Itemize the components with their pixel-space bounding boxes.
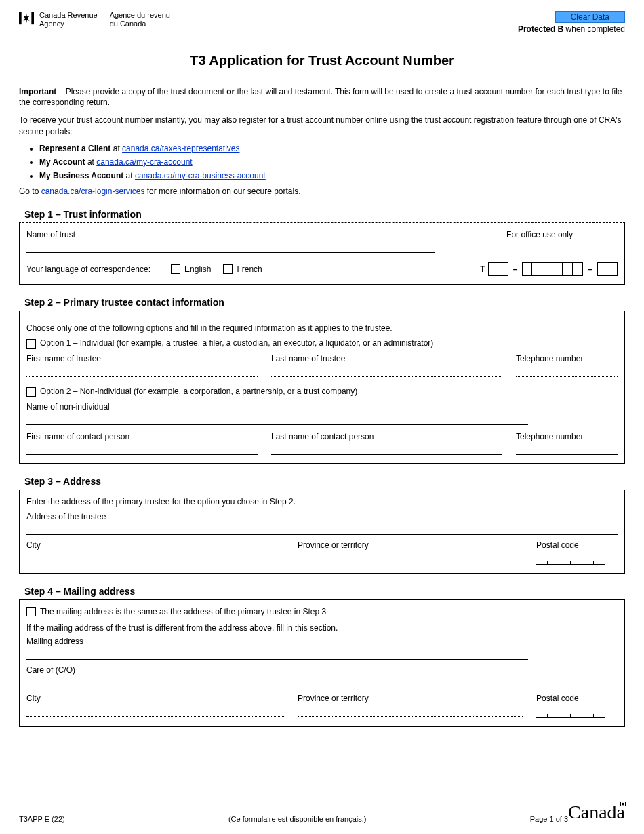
portals-list: Represent a Client at canada.ca/taxes-re… <box>39 144 625 180</box>
careof-label: Care of (C/O) <box>26 665 618 675</box>
same-address-checkbox[interactable] <box>26 607 36 616</box>
option1-checkbox[interactable] <box>26 339 36 349</box>
last-name-contact-label: Last name of contact person <box>271 432 502 441</box>
svg-rect-1 <box>31 12 34 24</box>
french-checkbox[interactable] <box>223 264 233 274</box>
trust-number-cells-2[interactable] <box>522 262 583 276</box>
first-name-trustee-label: First name of trustee <box>26 354 258 363</box>
step4-postal-label: Postal code <box>536 694 618 703</box>
trust-number-cells-3[interactable] <box>597 262 618 276</box>
dash-2: – <box>586 264 595 274</box>
svg-rect-2 <box>620 802 621 806</box>
step3-postal-label: Postal code <box>536 540 618 550</box>
step3-box: Enter the address of the primary trustee… <box>19 490 625 574</box>
address-trustee-input[interactable] <box>26 523 618 535</box>
step2-heading: Step 2 – Primary trustee contact informa… <box>19 297 625 308</box>
agency-name-fr-1: Agence du revenu <box>110 11 170 20</box>
goto-paragraph: Go to canada.ca/cra-login-services for m… <box>19 186 625 197</box>
mailing-address-input[interactable] <box>26 648 528 660</box>
step4-province-label: Province or territory <box>298 694 523 703</box>
step1-heading: Step 1 – Trust information <box>19 209 625 220</box>
name-nonindividual-label: Name of non-individual <box>26 402 618 412</box>
french-availability-note: (Ce formulaire est disponible en françai… <box>65 815 530 823</box>
name-nonindividual-input[interactable] <box>26 413 528 425</box>
svg-rect-0 <box>19 12 22 24</box>
french-option[interactable]: French <box>223 264 262 275</box>
same-address-row[interactable]: The mailing address is the same as the a… <box>26 607 326 616</box>
name-of-trust-input[interactable] <box>26 241 435 253</box>
link-taxes-representatives[interactable]: canada.ca/taxes-representatives <box>122 144 239 153</box>
step4-heading: Step 4 – Mailing address <box>19 586 625 597</box>
step3-postal-cells[interactable] <box>536 551 618 565</box>
clear-data-button[interactable]: Clear Data <box>555 11 625 23</box>
portal-represent-client: Represent a Client at canada.ca/taxes-re… <box>39 144 625 153</box>
dash-1: – <box>511 264 520 274</box>
step4-box: The mailing address is the same as the a… <box>19 599 625 728</box>
step3-province-input[interactable] <box>298 551 523 563</box>
receive-paragraph: To receive your trust account number ins… <box>19 115 625 136</box>
page-number: Page 1 of 3 <box>530 815 568 823</box>
first-name-contact-input[interactable] <box>26 443 258 455</box>
important-paragraph: Important – Please provide a copy of the… <box>19 86 625 108</box>
step4-diff-text: If the mailing address of the trust is d… <box>26 623 618 633</box>
svg-rect-3 <box>625 802 626 806</box>
portal-my-account: My Account at canada.ca/my-cra-account <box>39 157 625 167</box>
step2-choose-text: Choose only one of the following options… <box>26 323 618 333</box>
step3-enter-text: Enter the address of the primary trustee… <box>26 497 618 507</box>
protected-b-text: Protected B when completed <box>518 24 625 34</box>
last-name-contact-input[interactable] <box>271 443 502 455</box>
link-cra-login-services[interactable]: canada.ca/cra-login-services <box>41 186 145 196</box>
mailing-address-label: Mailing address <box>26 637 618 646</box>
step4-city-label: City <box>26 694 284 703</box>
last-name-trustee-label: Last name of trustee <box>271 354 502 363</box>
telephone-contact-input[interactable] <box>516 443 618 455</box>
agency-name-en-1: Canada Revenue <box>39 11 98 20</box>
agency-name-en-2: Agency <box>39 20 98 28</box>
office-use-label: For office use only <box>462 230 618 239</box>
address-trustee-label: Address of the trustee <box>26 512 618 521</box>
english-option[interactable]: English <box>171 264 211 275</box>
telephone-trustee-input[interactable] <box>516 365 618 377</box>
trust-number-cells-1[interactable] <box>488 262 508 276</box>
portal-my-business-account: My Business Account at canada.ca/my-cra-… <box>39 171 625 180</box>
step1-box: Name of trust For office use only Your l… <box>19 222 625 285</box>
canada-wordmark-flag-icon <box>620 802 626 806</box>
english-checkbox[interactable] <box>171 264 180 274</box>
first-name-contact-label: First name of contact person <box>26 432 258 441</box>
name-of-trust-label: Name of trust <box>26 230 435 239</box>
canada-flag-icon <box>19 11 34 26</box>
step2-box: Choose only one of the following options… <box>19 311 625 464</box>
trust-number-group: T – – <box>480 262 618 276</box>
last-name-trustee-input[interactable] <box>271 365 502 377</box>
step4-city-input[interactable] <box>26 704 284 717</box>
canada-wordmark: Canada <box>568 801 625 823</box>
option2-checkbox[interactable] <box>26 387 36 397</box>
t-prefix: T <box>480 264 485 274</box>
step3-city-input[interactable] <box>26 551 284 563</box>
form-code: T3APP E (22) <box>19 815 65 823</box>
first-name-trustee-input[interactable] <box>26 365 258 377</box>
step3-city-label: City <box>26 540 284 550</box>
step4-province-input[interactable] <box>298 704 523 717</box>
page-title: T3 Application for Trust Account Number <box>19 53 625 68</box>
telephone-trustee-label: Telephone number <box>516 354 618 363</box>
telephone-contact-label: Telephone number <box>516 432 618 441</box>
option2-row[interactable]: Option 2 – Non-individual (for example, … <box>26 386 357 396</box>
careof-input[interactable] <box>26 676 528 688</box>
link-my-cra-account[interactable]: canada.ca/my-cra-account <box>96 157 192 167</box>
option1-row[interactable]: Option 1 – Individual (for example, a tr… <box>26 338 433 348</box>
step3-heading: Step 3 – Address <box>19 476 625 487</box>
step4-postal-cells[interactable] <box>536 704 618 718</box>
link-my-cra-business-account[interactable]: canada.ca/my-cra-business-account <box>135 171 266 180</box>
agency-name-fr-2: du Canada <box>110 20 170 28</box>
cra-logo-block: Canada Revenue Agency Agence du revenu d… <box>19 11 170 28</box>
language-label: Your language of correspondence: <box>26 264 150 274</box>
step3-province-label: Province or territory <box>298 540 523 550</box>
